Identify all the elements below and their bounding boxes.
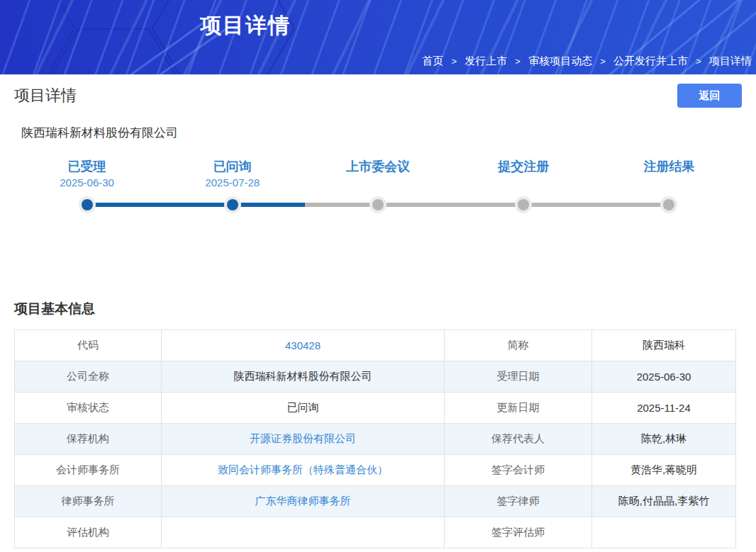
banner: 项目详情 首页 > 发行上市 > 审核项目动态 > 公开发行并上市 > 项目详情 bbox=[0, 0, 756, 74]
company-name: 陕西瑞科新材料股份有限公司 bbox=[21, 125, 742, 141]
field-label: 代码 bbox=[15, 330, 162, 361]
step-label: 已问询 bbox=[213, 158, 252, 175]
table-row: 律师事务所 广东华商律师事务所 签字律师 陈旸,付晶晶,李紫竹 bbox=[15, 486, 736, 517]
breadcrumb-item-home[interactable]: 首页 bbox=[422, 55, 443, 67]
field-label: 评估机构 bbox=[15, 517, 162, 548]
step-dot-done bbox=[224, 196, 241, 213]
breadcrumb-item-review-dynamics[interactable]: 审核项目动态 bbox=[528, 55, 592, 67]
breadcrumb-item-public-offering[interactable]: 公开发行并上市 bbox=[613, 55, 688, 67]
field-label: 受理日期 bbox=[445, 361, 592, 393]
sponsor-link[interactable]: 开源证券股份有限公司 bbox=[162, 424, 445, 455]
table-row: 会计师事务所 致同会计师事务所（特殊普通合伙） 签字会计师 黄浩华,蒋晓明 bbox=[15, 455, 736, 486]
field-value: 2025-11-24 bbox=[592, 393, 736, 424]
field-label: 审核状态 bbox=[15, 393, 162, 424]
code-link[interactable]: 430428 bbox=[162, 330, 445, 361]
field-label: 更新日期 bbox=[445, 393, 592, 424]
timeline-steps: 已受理 2025-06-30 已问询 2025-07-28 上市委会议 提交注册… bbox=[14, 158, 742, 213]
law-firm-link[interactable]: 广东华商律师事务所 bbox=[162, 486, 445, 517]
field-value: 已问询 bbox=[162, 393, 445, 424]
back-button[interactable]: 返回 bbox=[677, 84, 742, 108]
banner-title: 项目详情 bbox=[200, 11, 291, 40]
field-label: 保荐代表人 bbox=[445, 424, 592, 455]
field-label: 律师事务所 bbox=[15, 486, 162, 517]
timeline-step-inquired: 已问询 2025-07-28 bbox=[160, 158, 305, 213]
breadcrumb-separator: > bbox=[696, 56, 701, 67]
timeline-step-committee-meeting: 上市委会议 bbox=[305, 158, 450, 213]
step-label: 注册结果 bbox=[643, 158, 694, 175]
field-value: 陕西瑞科 bbox=[592, 330, 736, 361]
step-label: 已受理 bbox=[68, 158, 106, 175]
page-header: 项目详情 返回 bbox=[14, 84, 742, 108]
field-label: 会计师事务所 bbox=[15, 455, 162, 486]
timeline-step-registration-result: 注册结果 bbox=[596, 158, 742, 213]
breadcrumb-separator: > bbox=[600, 56, 606, 67]
field-label: 签字律师 bbox=[445, 486, 592, 517]
timeline-step-submit-registration: 提交注册 bbox=[451, 158, 596, 213]
table-row: 公司全称 陕西瑞科新材料股份有限公司 受理日期 2025-06-30 bbox=[15, 361, 736, 393]
breadcrumb-separator: > bbox=[515, 56, 521, 67]
step-label: 上市委会议 bbox=[346, 158, 410, 175]
field-value bbox=[162, 517, 445, 548]
page-title: 项目详情 bbox=[14, 85, 77, 106]
review-progress-timeline: 已受理 2025-06-30 已问询 2025-07-28 上市委会议 提交注册… bbox=[14, 158, 742, 222]
field-label: 公司全称 bbox=[15, 361, 162, 393]
project-basic-info-table: 代码 430428 简称 陕西瑞科 公司全称 陕西瑞科新材料股份有限公司 受理日… bbox=[14, 329, 736, 548]
field-value: 陈乾,林琳 bbox=[592, 424, 736, 455]
step-date: 2025-07-28 bbox=[205, 175, 260, 191]
field-value: 陈旸,付晶晶,李紫竹 bbox=[592, 486, 736, 517]
main-content: 项目详情 返回 陕西瑞科新材料股份有限公司 已受理 2025-06-30 已问询… bbox=[0, 84, 756, 548]
step-dot-pending bbox=[369, 196, 387, 213]
field-value: 黄浩华,蒋晓明 bbox=[592, 455, 736, 486]
breadcrumb-item-current: 项目详情 bbox=[709, 55, 752, 67]
field-value: 2025-06-30 bbox=[592, 361, 736, 393]
field-label: 保荐机构 bbox=[15, 424, 162, 455]
table-row: 审核状态 已问询 更新日期 2025-11-24 bbox=[15, 393, 736, 424]
field-value bbox=[592, 517, 736, 548]
breadcrumb-separator: > bbox=[451, 56, 457, 67]
step-dot-pending bbox=[515, 196, 532, 213]
field-label: 简称 bbox=[445, 330, 592, 361]
table-row: 评估机构 签字评估师 bbox=[15, 517, 736, 548]
accounting-firm-link[interactable]: 致同会计师事务所（特殊普通合伙） bbox=[162, 455, 445, 486]
step-dot-done bbox=[79, 196, 96, 213]
step-date: 2025-06-30 bbox=[60, 175, 114, 191]
table-row: 代码 430428 简称 陕西瑞科 bbox=[15, 330, 736, 361]
step-dot-pending bbox=[660, 196, 677, 213]
timeline-step-accepted: 已受理 2025-06-30 bbox=[14, 158, 160, 213]
breadcrumb: 首页 > 发行上市 > 审核项目动态 > 公开发行并上市 > 项目详情 bbox=[422, 55, 752, 68]
table-row: 保荐机构 开源证券股份有限公司 保荐代表人 陈乾,林琳 bbox=[15, 424, 736, 455]
field-label: 签字会计师 bbox=[445, 455, 592, 486]
section-title-basic-info: 项目基本信息 bbox=[14, 300, 742, 318]
field-value: 陕西瑞科新材料股份有限公司 bbox=[162, 361, 445, 393]
field-label: 签字评估师 bbox=[445, 517, 592, 548]
step-label: 提交注册 bbox=[498, 158, 549, 175]
breadcrumb-item-listing[interactable]: 发行上市 bbox=[465, 55, 507, 67]
